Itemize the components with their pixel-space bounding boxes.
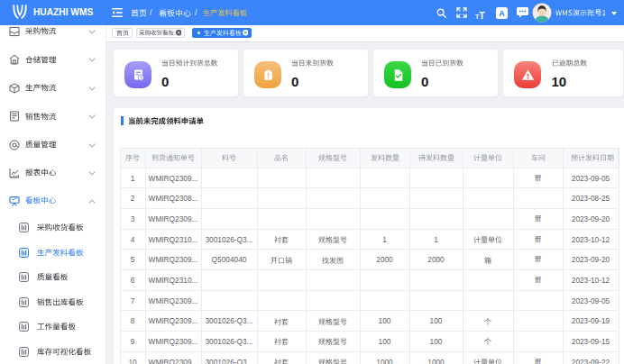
svg-text:A: A <box>499 8 505 17</box>
